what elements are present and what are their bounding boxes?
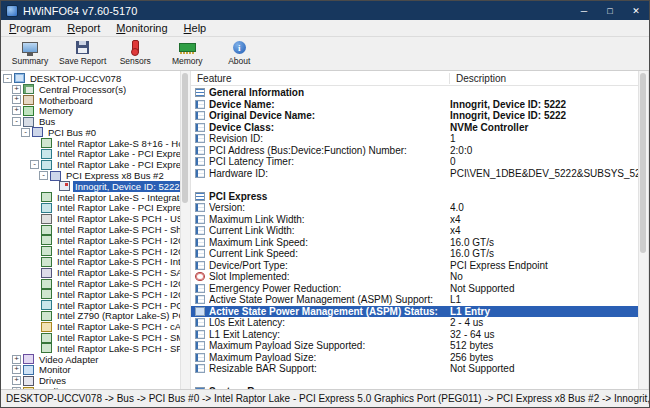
toolbar-icon-box [76, 39, 89, 56]
detail-row[interactable]: Active State Power Management (ASPM) Sta… [191, 306, 638, 318]
detail-row[interactable]: Device Name:Innogrit, Device ID: 5222 [191, 99, 638, 111]
detail-row[interactable]: L0s Exit Latency:2 - 4 us [191, 317, 638, 329]
tree-item[interactable]: Intel Raptor Lake-S PCH - I2C Cont [1, 246, 180, 257]
tree-item[interactable]: Intel Raptor Lake-S PCH - SATA Co [1, 267, 180, 278]
tree-item[interactable]: Intel Raptor Lake-S PCH - cAVS (A [1, 321, 180, 332]
tree-item[interactable]: Intel Raptor Lake - PCI Express 4. [1, 203, 180, 214]
tree-scrollbar-thumb[interactable] [182, 73, 188, 203]
tree-item[interactable]: +Monitor [1, 365, 180, 376]
section-row[interactable]: General Information [191, 87, 638, 99]
pci-bus-icon [32, 127, 43, 137]
detail-row[interactable]: Maximum Link Width:x4 [191, 214, 638, 226]
detail-row[interactable]: Device Class:NVMe Controller [191, 122, 638, 134]
tree-item[interactable]: Intel Raptor Lake-S PCH - I2C Cont [1, 235, 180, 246]
toolbar-sensors-button[interactable]: Sensors [109, 39, 161, 66]
detail-row[interactable]: Current Link Speed:16.0 GT/s [191, 248, 638, 260]
feature-label: Revision ID: [209, 133, 450, 144]
detail-row[interactable]: Maximum Payload Size Supported:512 bytes [191, 340, 638, 352]
toolbar-save-report-button[interactable]: Save Report [56, 39, 109, 66]
tree-item-label: PCI Bus #0 [46, 127, 98, 138]
tree-item[interactable]: Intel Raptor Lake-S PCH - PCI Expr [1, 300, 180, 311]
detail-row[interactable]: Current Link Width:x4 [191, 225, 638, 237]
minimize-button[interactable]: ─ [571, 1, 597, 20]
feature-column-header[interactable]: Feature [191, 73, 450, 84]
toolbar-about-button[interactable]: About [213, 39, 265, 66]
description-value: 2 - 4 us [450, 317, 638, 328]
detail-row[interactable]: Maximum Link Speed:16.0 GT/s [191, 237, 638, 249]
tree-item[interactable]: -PCI Express x8 Bus #2 [1, 170, 180, 181]
chip-icon [41, 225, 52, 235]
close-button[interactable]: ✕ [623, 1, 649, 20]
tree-scrollbar[interactable] [180, 71, 191, 389]
tree-item[interactable]: +Motherboard [1, 95, 180, 106]
toolbar-memory-button[interactable]: Memory [161, 39, 213, 66]
collapse-icon[interactable]: - [21, 128, 30, 137]
collapse-icon[interactable]: - [3, 74, 12, 83]
expand-icon[interactable]: + [12, 95, 21, 104]
description-value: 32 - 64 us [450, 329, 638, 340]
feature-label: Maximum Payload Size: [209, 352, 450, 363]
tree-item[interactable]: Intel Raptor Lake-S 8+16 - Host Br [1, 138, 180, 149]
maximize-button[interactable]: □ [597, 1, 623, 20]
tree-item-label: Monitor [37, 365, 73, 376]
chip-icon [41, 333, 52, 343]
tree-item[interactable]: +Central Processor(s) [1, 84, 180, 95]
details-scrollbar-thumb[interactable] [640, 73, 646, 253]
tree-item[interactable]: Intel Raptor Lake-S PCH - I2C Con [1, 289, 180, 300]
detail-row[interactable]: PCI Address (Bus:Device:Function) Number… [191, 145, 638, 157]
detail-row[interactable]: L1 Exit Latency:32 - 64 us [191, 329, 638, 341]
details-column-header[interactable]: Feature Description [191, 71, 638, 86]
tree-item[interactable]: Intel Raptor Lake-S PCH - Shared S [1, 224, 180, 235]
save-icon [76, 41, 89, 54]
tree-item[interactable]: +Video Adapter [1, 354, 180, 365]
menu-help[interactable]: Help [176, 22, 215, 34]
tree-item[interactable]: Intel Raptor Lake-S PCH - SMBus H [1, 332, 180, 343]
detail-row[interactable]: Hardware ID:PCI\VEN_1DBE&DEV_5222&SUBSYS… [191, 168, 638, 180]
details-scrollbar[interactable] [638, 71, 649, 389]
tree-item[interactable]: +Memory [1, 105, 180, 116]
menu-program[interactable]: Program [1, 22, 59, 34]
expand-icon[interactable]: + [12, 106, 21, 115]
menu-report[interactable]: Report [59, 22, 108, 34]
tree-item[interactable]: -Intel Raptor Lake - PCI Express 5.0 [1, 159, 180, 170]
detail-row[interactable]: Emergency Power Reduction:Not Supported [191, 283, 638, 295]
collapse-icon[interactable]: - [30, 160, 39, 169]
tree-item-label: Intel Raptor Lake - PCI Express 4. [55, 203, 180, 214]
tree-item[interactable]: -Bus [1, 116, 180, 127]
expand-icon[interactable]: + [12, 85, 21, 94]
toolbar-icon-box [132, 39, 139, 56]
tree-item-label: Innogrit, Device ID: 5222 [73, 181, 180, 192]
detail-row[interactable]: PCI Latency Timer:0 [191, 156, 638, 168]
tree-item[interactable]: -DESKTOP-UCCV078 [1, 73, 180, 84]
detail-row[interactable]: Resizable BAR Support:Not Supported [191, 363, 638, 375]
expand-icon[interactable]: + [12, 355, 21, 364]
detail-row[interactable]: Slot Implemented:No [191, 271, 638, 283]
toolbar-summary-button[interactable]: Summary [4, 39, 56, 66]
detail-row[interactable]: Device/Port Type:PCI Express Endpoint [191, 260, 638, 272]
detail-row[interactable]: Version:4.0 [191, 202, 638, 214]
section-row[interactable]: PCI Express [191, 191, 638, 203]
detail-row[interactable]: Original Device Name:Innogrit, Device ID… [191, 110, 638, 122]
tree-item[interactable]: Intel Raptor Lake-S - Integrated G [1, 192, 180, 203]
expand-icon[interactable]: + [12, 376, 21, 385]
tree-item[interactable]: Intel Raptor Lake-S PCH - I2C Cont [1, 278, 180, 289]
menu-monitoring[interactable]: Monitoring [108, 22, 175, 34]
toolbar-button-label: Memory [172, 56, 203, 66]
tree-item[interactable]: Intel Raptor Lake-S PCH - SPI (flas [1, 343, 180, 354]
description-column-header[interactable]: Description [450, 73, 638, 84]
detail-row[interactable]: Maximum Payload Size:256 bytes [191, 352, 638, 364]
collapse-icon[interactable]: - [39, 171, 48, 180]
tree-item[interactable]: Intel Z790 (Raptor Lake-S) PCH - [1, 311, 180, 322]
tree-item[interactable]: Intel Raptor Lake-S PCH - USB 3.2 [1, 213, 180, 224]
tree-item[interactable]: Intel Raptor Lake-S PCH - Intel CS [1, 257, 180, 268]
expand-icon[interactable]: + [12, 365, 21, 374]
tree-item[interactable]: Innogrit, Device ID: 5222 [1, 181, 180, 192]
detail-row[interactable]: Active State Power Management (ASPM) Sup… [191, 294, 638, 306]
detail-row[interactable]: Revision ID:1 [191, 133, 638, 145]
feature-label: Active State Power Management (ASPM) Sta… [209, 306, 450, 317]
feature-label: L0s Exit Latency: [209, 317, 450, 328]
tree-item[interactable]: +Drives [1, 375, 180, 386]
tree-item[interactable]: Intel Raptor Lake - PCI Express 5.0 [1, 149, 180, 160]
collapse-icon[interactable]: - [12, 117, 21, 126]
tree-item[interactable]: -PCI Bus #0 [1, 127, 180, 138]
